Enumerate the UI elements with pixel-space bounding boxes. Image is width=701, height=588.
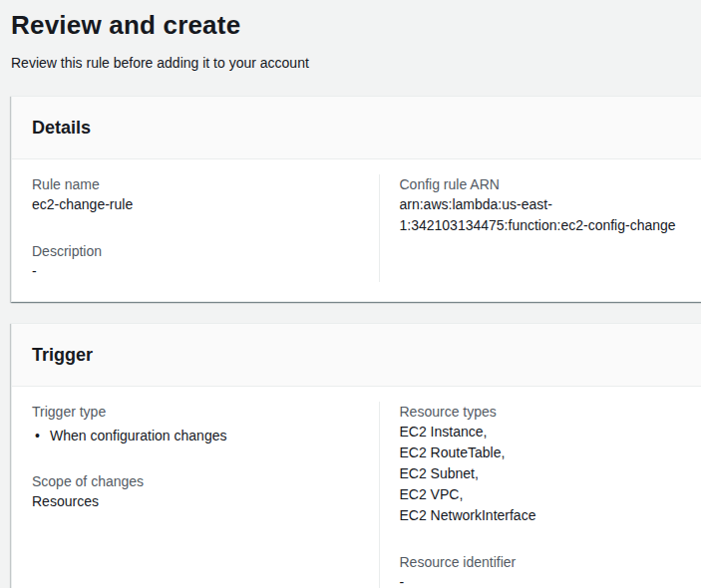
trigger-type-list: When configuration changes: [32, 426, 359, 445]
scope-of-changes-field: Scope of changes Resources: [32, 471, 359, 512]
resource-types-value: EC2 Instance,EC2 RouteTable,EC2 Subnet,E…: [400, 422, 701, 526]
resource-identifier-value: -: [400, 572, 701, 588]
resource-types-label: Resource types: [400, 402, 701, 422]
trigger-card: Trigger Trigger type When configuration …: [11, 323, 701, 588]
trigger-type-item: When configuration changes: [32, 426, 359, 445]
trigger-card-body: Trigger type When configuration changes …: [12, 387, 701, 588]
resource-type-item: EC2 Subnet,: [400, 463, 701, 484]
resource-identifier-label: Resource identifier: [400, 552, 701, 572]
description-label: Description: [32, 241, 359, 261]
config-rule-arn-value: arn:aws:lambda:us-east-1:342103134475:fu…: [400, 194, 699, 236]
description-field: Description -: [32, 241, 359, 282]
page-title: Review and create: [11, 9, 701, 42]
description-value: -: [32, 261, 359, 282]
trigger-left-column: Trigger type When configuration changes …: [32, 402, 379, 588]
trigger-type-label: Trigger type: [32, 402, 359, 422]
trigger-type-field: Trigger type When configuration changes: [32, 402, 359, 445]
details-right-column: Config rule ARN arn:aws:lambda:us-east-1…: [379, 174, 701, 282]
resource-type-item: EC2 Instance,: [400, 422, 701, 442]
rule-name-field: Rule name ec2-change-rule: [32, 174, 359, 215]
trigger-card-title: Trigger: [32, 343, 701, 367]
trigger-right-column: Resource types EC2 Instance,EC2 RouteTab…: [379, 402, 701, 588]
resource-type-item: EC2 VPC,: [400, 484, 701, 505]
resource-identifier-field: Resource identifier -: [400, 552, 701, 588]
details-card: Details Rule name ec2-change-rule Descri…: [11, 96, 701, 302]
config-rule-arn-field: Config rule ARN arn:aws:lambda:us-east-1…: [400, 174, 701, 236]
details-card-body: Rule name ec2-change-rule Description - …: [12, 159, 701, 301]
resource-type-item: EC2 NetworkInterface: [400, 505, 701, 526]
details-left-column: Rule name ec2-change-rule Description -: [32, 174, 379, 282]
trigger-card-header: Trigger: [12, 324, 701, 387]
rule-name-value: ec2-change-rule: [32, 194, 359, 215]
scope-of-changes-value: Resources: [32, 491, 359, 512]
page-subtitle: Review this rule before adding it to you…: [11, 53, 701, 73]
resource-types-field: Resource types EC2 Instance,EC2 RouteTab…: [400, 402, 701, 526]
details-card-title: Details: [32, 116, 701, 140]
review-and-create-page: Review and create Review this rule befor…: [0, 0, 701, 588]
resource-type-item: EC2 RouteTable,: [400, 442, 701, 463]
details-card-header: Details: [12, 97, 701, 159]
config-rule-arn-label: Config rule ARN: [400, 174, 701, 194]
scope-of-changes-label: Scope of changes: [32, 471, 359, 491]
rule-name-label: Rule name: [32, 174, 359, 194]
